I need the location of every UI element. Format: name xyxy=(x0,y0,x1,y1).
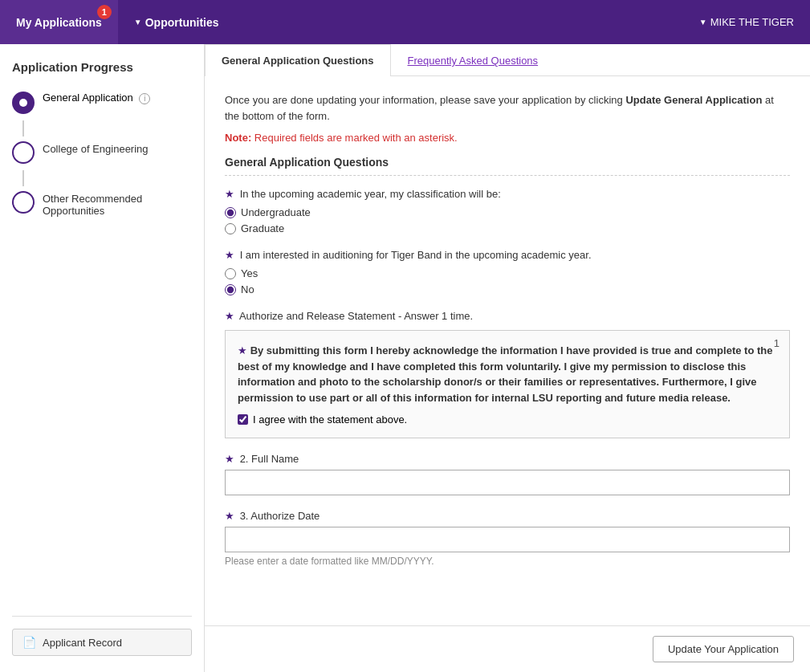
question-tiger-band-label: ★ I am interested in auditioning for Tig… xyxy=(225,249,790,261)
required-star-name: ★ xyxy=(225,453,238,465)
radio-undergraduate[interactable]: Undergraduate xyxy=(225,206,790,218)
top-navigation: My Applications 1 ▼ Opportunities MIKE T… xyxy=(0,0,810,44)
radio-no-input[interactable] xyxy=(225,284,236,295)
sidebar-bottom: 📄 Applicant Record xyxy=(12,616,192,656)
agree-checkbox-row[interactable]: I agree with the statement above. xyxy=(238,413,777,426)
form-section-title: General Application Questions xyxy=(225,156,790,176)
other-opportunities-label: Other Recommended Opportunities xyxy=(43,189,192,217)
sidebar-item-other-opportunities[interactable]: Other Recommended Opportunities xyxy=(12,189,192,217)
progress-line-1 xyxy=(22,120,24,136)
notification-badge: 1 xyxy=(97,5,112,19)
authorize-box: 1 ★ By submitting this form I hereby ack… xyxy=(225,330,790,438)
user-name: MIKE THE TIGER xyxy=(710,16,794,28)
progress-circle-other xyxy=(12,191,35,214)
user-menu[interactable]: MIKE THE TIGER xyxy=(683,16,810,28)
content-area: General Application Questions Frequently… xyxy=(205,44,810,672)
required-star-date: ★ xyxy=(225,510,238,522)
tab-faq[interactable]: Frequently Asked Questions xyxy=(391,44,556,76)
full-name-label: ★ 2. Full Name xyxy=(225,453,790,465)
question-classification-label: ★ In the upcoming academic year, my clas… xyxy=(225,188,790,200)
radio-graduate[interactable]: Graduate xyxy=(225,222,790,234)
applicant-record-button[interactable]: 📄 Applicant Record xyxy=(12,629,192,656)
applicant-record-label: Applicant Record xyxy=(43,637,122,649)
required-star-q1: ★ xyxy=(225,188,234,200)
radio-no[interactable]: No xyxy=(225,283,790,295)
college-engineering-label: College of Engineering xyxy=(43,140,149,155)
authorize-section-label: ★ Authorize and Release Statement - Answ… xyxy=(225,310,790,322)
general-application-label: General Application i xyxy=(43,90,150,104)
opportunities-tab[interactable]: ▼ Opportunities xyxy=(118,0,235,44)
full-name-field-group: ★ 2. Full Name xyxy=(225,453,790,495)
radio-graduate-input[interactable] xyxy=(225,223,236,234)
sidebar-title: Application Progress xyxy=(12,60,192,74)
radio-yes[interactable]: Yes xyxy=(225,267,790,279)
authorize-text: ★ By submitting this form I hereby ackno… xyxy=(238,343,777,405)
agree-checkbox[interactable] xyxy=(238,414,248,425)
radio-yes-input[interactable] xyxy=(225,268,236,279)
radio-undergraduate-input[interactable] xyxy=(225,207,236,218)
bottom-bar: Update Your Application xyxy=(205,625,810,672)
applicant-record-icon: 📄 xyxy=(22,636,36,649)
authorize-date-field-group: ★ 3. Authorize Date Please enter a date … xyxy=(225,510,790,567)
sidebar: Application Progress General Application… xyxy=(0,44,205,672)
authorize-section: ★ Authorize and Release Statement - Answ… xyxy=(225,310,790,438)
sidebar-item-general-application[interactable]: General Application i xyxy=(12,90,192,114)
box-number: 1 xyxy=(774,337,779,349)
progress-line-2 xyxy=(22,170,24,186)
full-name-input[interactable] xyxy=(225,470,790,495)
form-note: Note: Required fields are marked with an… xyxy=(225,132,790,144)
authorize-date-input[interactable] xyxy=(225,527,790,552)
my-applications-label: My Applications xyxy=(16,16,102,29)
nav-left-group: My Applications 1 ▼ Opportunities xyxy=(0,0,235,44)
required-star-q2: ★ xyxy=(225,249,234,261)
tab-bar: General Application Questions Frequently… xyxy=(205,44,810,76)
update-application-button[interactable]: Update Your Application xyxy=(653,636,794,662)
form-intro: Once you are done updating your informat… xyxy=(225,92,790,124)
opportunities-label: Opportunities xyxy=(145,16,219,29)
required-star-auth: ★ xyxy=(225,310,234,322)
form-area: Once you are done updating your informat… xyxy=(205,76,810,625)
question-tiger-band: ★ I am interested in auditioning for Tig… xyxy=(225,249,790,295)
authorize-date-label: ★ 3. Authorize Date xyxy=(225,510,790,522)
opportunities-chevron: ▼ xyxy=(134,18,142,26)
my-applications-tab[interactable]: My Applications 1 xyxy=(0,0,118,44)
tab-general-app-questions[interactable]: General Application Questions xyxy=(205,44,391,76)
info-icon-general[interactable]: i xyxy=(139,93,150,104)
progress-circle-college xyxy=(12,141,35,164)
sidebar-item-college-engineering[interactable]: College of Engineering xyxy=(12,140,192,164)
question-classification: ★ In the upcoming academic year, my clas… xyxy=(225,188,790,234)
progress-circle-general xyxy=(12,92,35,114)
main-layout: Application Progress General Application… xyxy=(0,44,810,672)
date-hint: Please enter a date formatted like MM/DD… xyxy=(225,556,790,567)
